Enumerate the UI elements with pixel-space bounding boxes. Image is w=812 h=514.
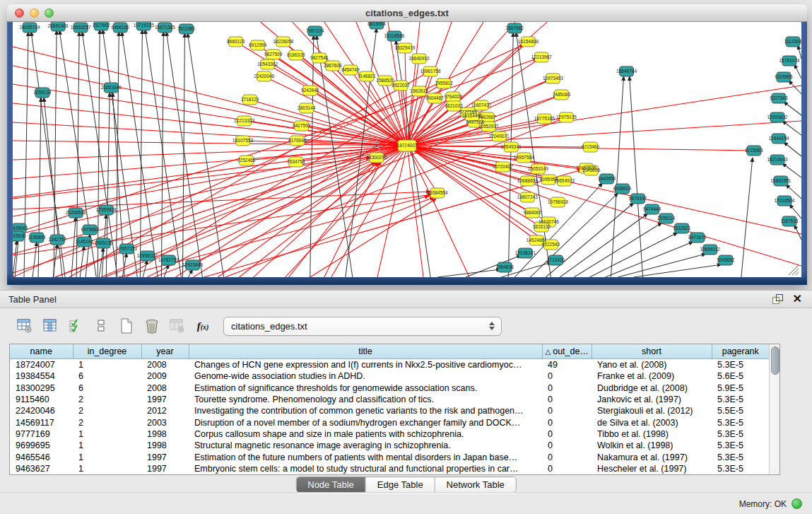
table-cell[interactable]: 9463627 bbox=[10, 463, 73, 474]
table-selector-dropdown[interactable]: citations_edges.txt bbox=[223, 317, 502, 336]
table-cell[interactable]: 14569117 bbox=[10, 416, 73, 428]
table-cell[interactable]: Embryonic stem cells: a model to study s… bbox=[189, 463, 542, 474]
column-header-in-degree[interactable]: in_degree bbox=[73, 344, 141, 359]
table-cell[interactable]: Estimation of the future numbers of pati… bbox=[189, 451, 542, 462]
table-cell[interactable]: Tibbo et al. (1998) bbox=[592, 428, 712, 440]
table-cell[interactable]: Genome-wide association studies in ADHD. bbox=[189, 370, 542, 382]
table-row[interactable]: 2242004622012Investigating the contribut… bbox=[10, 405, 769, 416]
table-cell[interactable]: 1998 bbox=[141, 428, 189, 440]
citation-graph[interactable]: 1872400718300295193845548660123891295418… bbox=[13, 22, 801, 277]
table-cell[interactable]: 5.5E-5 bbox=[712, 405, 769, 416]
table-row[interactable]: 1872400712008Changes of HCN gene express… bbox=[10, 359, 769, 371]
table-row[interactable]: 1938455462009Genome-wide association stu… bbox=[10, 370, 769, 382]
table-cell[interactable]: 1 bbox=[73, 428, 141, 440]
table-cell[interactable]: 1 bbox=[73, 451, 141, 462]
table-cell[interactable]: 2008 bbox=[141, 382, 189, 394]
table-cell[interactable]: 0 bbox=[542, 463, 592, 474]
table-cell[interactable]: 1998 bbox=[141, 440, 189, 451]
column-header-name[interactable]: name bbox=[10, 344, 73, 359]
table-cell[interactable]: 2003 bbox=[141, 416, 189, 428]
table-cell[interactable]: 6 bbox=[73, 382, 141, 394]
zoom-button[interactable] bbox=[45, 8, 54, 18]
table-cell[interactable]: 1 bbox=[73, 359, 141, 371]
table-cell[interactable]: Dudbridge et al. (2008) bbox=[592, 382, 712, 394]
table-row[interactable]: 946362711997Embryonic stem cells: a mode… bbox=[10, 463, 769, 474]
table-cell[interactable]: 1997 bbox=[141, 463, 189, 474]
table-row[interactable]: 1456911722003Disruption of a novel membe… bbox=[10, 416, 769, 428]
close-panel-icon[interactable]: ✕ bbox=[793, 294, 802, 304]
table-cell[interactable]: de Silva et al. (2003) bbox=[592, 416, 712, 428]
table-cell[interactable]: 5.9E-5 bbox=[712, 382, 769, 394]
table-cell[interactable]: 18724007 bbox=[10, 359, 73, 371]
table-row[interactable]: 1830029562008Estimation of significance … bbox=[10, 382, 769, 394]
table-cell[interactable]: 0 bbox=[542, 451, 592, 462]
table-cell[interactable]: 5.3E-5 bbox=[712, 428, 769, 440]
table-cell[interactable]: 0 bbox=[542, 382, 592, 394]
table-row[interactable]: 977716911998Corpus callosum shape and si… bbox=[10, 428, 769, 440]
table-cell[interactable]: Disruption of a novel member of a sodium… bbox=[189, 416, 542, 428]
table-cell[interactable]: 1 bbox=[73, 440, 141, 451]
table-row[interactable]: 946554611997Estimation of the future num… bbox=[10, 451, 769, 462]
table-cell[interactable]: Wolkin et al. (1998) bbox=[592, 440, 712, 451]
table-cell[interactable]: 9777169 bbox=[10, 428, 73, 440]
table-cell[interactable]: 5.3E-5 bbox=[712, 463, 769, 474]
table-cell[interactable]: 0 bbox=[542, 416, 592, 428]
table-cell[interactable]: 22420046 bbox=[10, 405, 73, 416]
table-cell[interactable]: Corpus callosum shape and size in male p… bbox=[189, 428, 542, 440]
function-builder-button[interactable]: f(x) bbox=[192, 315, 213, 337]
column-header-title[interactable]: title bbox=[189, 344, 542, 359]
table-cell[interactable]: 6 bbox=[73, 370, 141, 382]
table-cell[interactable]: Franke et al. (2009) bbox=[592, 370, 712, 382]
tab-edge-table[interactable]: Edge Table bbox=[366, 477, 435, 492]
table-options-button[interactable] bbox=[14, 315, 35, 337]
table-cell[interactable]: 2 bbox=[73, 416, 141, 428]
select-columns-button[interactable] bbox=[65, 315, 86, 337]
table-cell[interactable]: 5.3E-5 bbox=[712, 416, 769, 428]
minimize-button[interactable] bbox=[30, 8, 39, 18]
table-cell[interactable]: 5.3E-5 bbox=[712, 440, 769, 451]
table-cell[interactable]: Investigating the contribution of common… bbox=[189, 405, 542, 416]
table-cell[interactable]: 49 bbox=[542, 359, 592, 371]
column-header-short[interactable]: short bbox=[592, 344, 712, 359]
window-titlebar[interactable]: citations_edges.txt bbox=[7, 4, 807, 22]
table-cell[interactable]: 0 bbox=[542, 394, 592, 405]
table-cell[interactable]: Estimation of significance thresholds fo… bbox=[189, 382, 542, 394]
table-row[interactable]: 911546021997Tourette syndrome. Phenomeno… bbox=[10, 394, 769, 405]
table-cell[interactable]: Stergiakouli et al. (2012) bbox=[592, 405, 712, 416]
table-cell[interactable]: Changes of HCN gene expression and I(f) … bbox=[189, 359, 542, 371]
table-cell[interactable]: 1997 bbox=[141, 451, 189, 462]
float-panel-icon[interactable] bbox=[772, 294, 783, 304]
table-cell[interactable]: Tourette syndrome. Phenomenology and cla… bbox=[189, 394, 542, 405]
table-cell[interactable]: 0 bbox=[542, 428, 592, 440]
table-cell[interactable]: 2 bbox=[73, 394, 141, 405]
table-cell[interactable]: 5.6E-5 bbox=[712, 370, 769, 382]
column-header-out-degree[interactable]: △out_de… bbox=[542, 344, 592, 359]
table-cell[interactable]: 2009 bbox=[141, 370, 189, 382]
scrollbar-thumb[interactable] bbox=[771, 346, 779, 375]
table-cell[interactable]: Yano et al. (2008) bbox=[592, 359, 712, 371]
tab-network-table[interactable]: Network Table bbox=[435, 477, 516, 492]
table-cell[interactable]: 9699695 bbox=[10, 440, 73, 451]
table-cell[interactable]: Jankovic et al. (1997) bbox=[592, 394, 712, 405]
memory-indicator[interactable]: Memory: OK bbox=[739, 498, 802, 509]
table-cell[interactable]: 19384554 bbox=[10, 370, 73, 382]
column-header-pagerank[interactable]: pagerank bbox=[712, 344, 769, 359]
table-cell[interactable]: 18300295 bbox=[10, 382, 73, 394]
table-cell[interactable]: 2 bbox=[73, 405, 141, 416]
show-columns-button[interactable] bbox=[40, 315, 61, 337]
table-cell[interactable]: 9465546 bbox=[10, 451, 73, 462]
table-cell[interactable]: 2008 bbox=[141, 359, 189, 371]
resize-grip[interactable] bbox=[789, 265, 799, 275]
table-cell[interactable]: 0 bbox=[542, 405, 592, 416]
table-cell[interactable]: 9115460 bbox=[10, 394, 73, 405]
table-scrollbar[interactable] bbox=[769, 344, 779, 474]
row-height-button[interactable] bbox=[90, 315, 112, 337]
table-cell[interactable]: 5.3E-5 bbox=[712, 394, 769, 405]
table-cell[interactable]: Nakamura et al. (1997) bbox=[592, 451, 712, 462]
close-button[interactable] bbox=[15, 8, 24, 18]
table-cell[interactable]: 1 bbox=[73, 463, 141, 474]
table-cell[interactable]: 5.3E-5 bbox=[712, 451, 769, 462]
table-cell[interactable]: 2012 bbox=[141, 405, 189, 416]
new-table-button[interactable] bbox=[116, 315, 137, 337]
delete-table-button[interactable] bbox=[141, 315, 163, 337]
